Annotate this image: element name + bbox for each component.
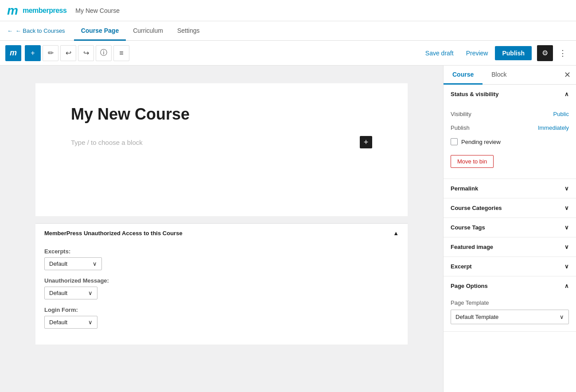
add-block-button[interactable]: + (25, 45, 41, 61)
unauthorized-collapse-icon: ▲ (393, 230, 399, 237)
back-arrow-icon: ← (7, 27, 13, 34)
save-draft-button[interactable]: Save draft (420, 50, 459, 57)
unauthorized-message-value: Default (49, 290, 67, 296)
tab-curriculum-label: Curriculum (133, 27, 163, 34)
m-logo-button[interactable]: m (5, 45, 21, 61)
featured-image-header[interactable]: Featured image ∨ (444, 237, 576, 256)
list-icon: ≡ (119, 49, 123, 57)
page-options-section: Page Options ∧ Page Template Default Tem… (444, 276, 576, 332)
sidebar-tab-block-label: Block (491, 71, 506, 78)
page-template-select[interactable]: Default Template ∨ (451, 310, 569, 324)
course-tags-header[interactable]: Course Tags ∨ (444, 218, 576, 237)
inline-add-block-button[interactable]: + (360, 136, 372, 148)
publish-row: Publish Immediately (451, 121, 569, 135)
redo-button[interactable]: ↪ (78, 45, 94, 61)
plus-icon: + (31, 49, 35, 57)
undo-icon: ↩ (66, 49, 71, 57)
status-visibility-content: Visibility Public Publish Immediately Pe… (444, 104, 576, 179)
login-form-chevron-icon: ∨ (88, 319, 93, 326)
excerpt-header[interactable]: Excerpt ∨ (444, 257, 576, 276)
unauthorized-message-chevron-icon: ∨ (88, 290, 93, 296)
pencil-icon: ✏ (48, 49, 54, 57)
unauthorized-message-select[interactable]: Default ∨ (44, 287, 97, 299)
featured-image-title: Featured image (451, 244, 493, 250)
logo: m memberpress (7, 4, 66, 18)
page-options-title: Page Options (451, 283, 488, 289)
unauthorized-access-content: Excerpts: Default ∨ Unauthorized Message… (35, 243, 408, 345)
permalink-chevron-icon: ∨ (564, 185, 569, 192)
status-visibility-chevron-icon: ∧ (564, 91, 569, 97)
excerpts-label: Excerpts: (44, 248, 399, 255)
course-title[interactable]: My New Course (71, 105, 372, 124)
course-categories-chevron-icon: ∨ (564, 205, 569, 211)
excerpts-value: Default (49, 260, 67, 267)
redo-icon: ↪ (83, 49, 89, 57)
bottom-panel: MemberPress Unauthorized Access to this … (35, 223, 408, 345)
close-icon: ✕ (564, 70, 571, 79)
status-visibility-title: Status & visibility (451, 91, 498, 97)
unauthorized-access-title: MemberPress Unauthorized Access to this … (44, 230, 183, 237)
unauthorized-access-header[interactable]: MemberPress Unauthorized Access to this … (35, 224, 408, 243)
course-tags-section: Course Tags ∨ (444, 218, 576, 237)
page-template-chevron-icon: ∨ (560, 314, 564, 320)
top-bar: m memberpress My New Course (0, 0, 576, 21)
publish-label: Publish (451, 124, 470, 131)
list-view-button[interactable]: ≡ (113, 45, 129, 61)
info-button[interactable]: ⓘ (96, 45, 112, 61)
edit-button[interactable]: ✏ (43, 45, 58, 61)
plus-icon-inline: + (364, 138, 369, 147)
permalink-title: Permalink (451, 185, 478, 192)
publish-value[interactable]: Immediately (538, 124, 569, 131)
excerpts-select[interactable]: Default ∨ (44, 257, 102, 270)
status-visibility-header[interactable]: Status & visibility ∧ (444, 85, 576, 104)
pending-review-label: Pending review (461, 139, 501, 145)
editor-area: My New Course Type / to choose a block +… (0, 66, 443, 392)
preview-button[interactable]: Preview (461, 50, 494, 57)
permalink-header[interactable]: Permalink ∨ (444, 179, 576, 198)
move-to-bin-label: Move to bin (457, 158, 487, 165)
login-form-label: Login Form: (44, 307, 399, 313)
back-link-label: ← Back to Courses (16, 27, 65, 34)
main-layout: My New Course Type / to choose a block +… (0, 66, 576, 392)
editor-content-block: My New Course Type / to choose a block + (35, 83, 408, 216)
move-to-bin-button[interactable]: Move to bin (451, 155, 494, 168)
more-options-button[interactable]: ⋮ (555, 45, 571, 61)
page-options-content: Page Template Default Template ∨ (444, 295, 576, 331)
login-form-value: Default (49, 319, 67, 326)
course-categories-header[interactable]: Course Categories ∨ (444, 198, 576, 217)
gear-icon: ⚙ (542, 49, 548, 57)
back-to-courses-link[interactable]: ← ← Back to Courses (7, 27, 65, 34)
block-placeholder-row: Type / to choose a block + (71, 134, 372, 150)
tab-course-page[interactable]: Course Page (74, 21, 126, 41)
unauthorized-message-label: Unauthorized Message: (44, 277, 399, 284)
tab-settings[interactable]: Settings (170, 21, 207, 41)
login-form-select[interactable]: Default ∨ (44, 316, 97, 329)
excerpt-title: Excerpt (451, 263, 472, 270)
course-tags-title: Course Tags (451, 224, 485, 231)
editor-toolbar: m + ✏ ↩ ↪ ⓘ ≡ Save draft Preview Publish… (0, 41, 576, 66)
pending-review-checkbox[interactable] (451, 138, 458, 145)
undo-button[interactable]: ↩ (60, 45, 76, 61)
nav-tabs: ← ← Back to Courses Course Page Curricul… (0, 21, 576, 41)
publish-button[interactable]: Publish (495, 46, 532, 60)
settings-button[interactable]: ⚙ (537, 45, 553, 61)
visibility-value[interactable]: Public (553, 111, 569, 117)
tab-curriculum[interactable]: Curriculum (126, 21, 170, 41)
sidebar-tab-course[interactable]: Course (444, 66, 483, 85)
sidebar-close-button[interactable]: ✕ (559, 66, 576, 83)
move-to-bin-container: Move to bin (451, 149, 569, 171)
excerpt-chevron-icon: ∨ (564, 263, 569, 270)
tab-course-page-label: Course Page (81, 27, 119, 34)
status-visibility-section: Status & visibility ∧ Visibility Public … (444, 85, 576, 179)
course-categories-title: Course Categories (451, 205, 502, 211)
excerpts-chevron-icon: ∨ (93, 260, 97, 267)
visibility-row: Visibility Public (451, 107, 569, 121)
mp-logo-icon: m (7, 4, 18, 18)
sidebar-tabs: Course Block ✕ (444, 66, 576, 85)
visibility-label: Visibility (451, 111, 471, 117)
sidebar-tab-group: Course Block (444, 66, 515, 84)
block-placeholder-text[interactable]: Type / to choose a block (71, 139, 143, 146)
sidebar-tab-block[interactable]: Block (483, 66, 515, 85)
page-options-header[interactable]: Page Options ∧ (444, 276, 576, 295)
brand-name: memberpress (23, 7, 66, 15)
